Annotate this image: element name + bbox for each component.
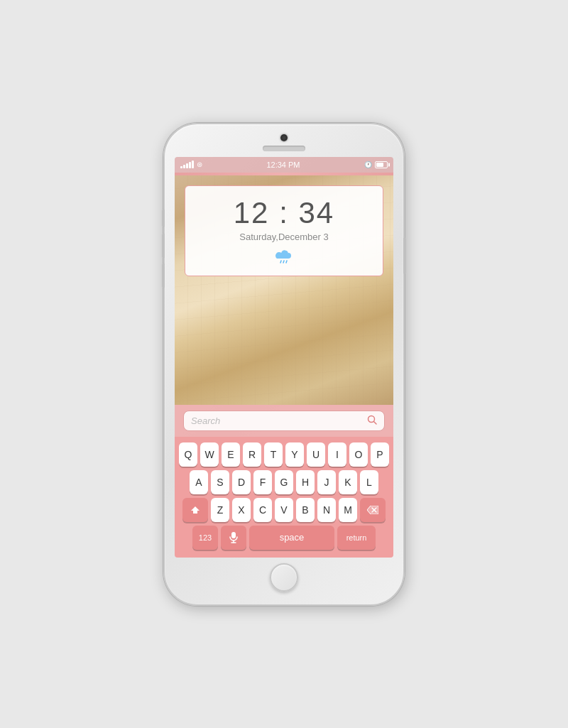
key-y[interactable]: Y <box>285 442 304 467</box>
key-h[interactable]: H <box>296 470 315 494</box>
space-key[interactable]: space <box>249 526 334 550</box>
battery-fill <box>376 163 383 167</box>
volume-up-button[interactable] <box>162 234 165 258</box>
key-n[interactable]: N <box>317 498 336 522</box>
home-button[interactable] <box>270 563 298 592</box>
home-area <box>270 563 298 592</box>
keyboard-row-2: A S D F G H J K L <box>178 470 390 494</box>
microphone-key[interactable] <box>221 526 246 550</box>
key-g[interactable]: G <box>275 470 293 494</box>
key-j[interactable]: J <box>317 470 336 494</box>
search-placeholder: Search <box>191 415 363 426</box>
clock-time: 12 : 34 <box>234 196 334 230</box>
svg-line-1 <box>283 261 284 263</box>
search-area: Search <box>175 405 393 437</box>
weather-icon <box>274 248 294 267</box>
numbers-key[interactable]: 123 <box>192 526 218 550</box>
keyboard-row-1: Q W E R T Y U I O P <box>178 442 390 467</box>
svg-line-4 <box>374 421 377 424</box>
search-icon <box>367 415 377 427</box>
key-z[interactable]: Z <box>211 498 229 522</box>
volume-down-button[interactable] <box>162 264 165 288</box>
clock-widget: 12 : 34 Saturday,December 3 <box>185 185 383 276</box>
speaker <box>263 146 305 151</box>
key-a[interactable]: A <box>190 470 208 494</box>
mute-button[interactable] <box>162 210 165 227</box>
key-q[interactable]: Q <box>179 442 197 467</box>
svg-rect-7 <box>231 532 236 538</box>
key-v[interactable]: V <box>275 498 293 522</box>
clock-icon: 🕐 <box>364 161 372 168</box>
power-button[interactable] <box>403 238 406 273</box>
phone-frame: ⊛ 12:34 PM 🕐 12 : 34 Saturday,December 3 <box>163 123 405 606</box>
key-c[interactable]: C <box>253 498 272 522</box>
key-k[interactable]: K <box>339 470 357 494</box>
svg-line-2 <box>286 261 287 263</box>
key-f[interactable]: F <box>253 470 272 494</box>
key-r[interactable]: R <box>243 442 261 467</box>
status-bar: ⊛ 12:34 PM 🕐 <box>175 157 393 173</box>
key-u[interactable]: U <box>307 442 325 467</box>
key-w[interactable]: W <box>200 442 219 467</box>
key-i[interactable]: I <box>328 442 346 467</box>
key-x[interactable]: X <box>232 498 251 522</box>
signal-bars <box>180 161 194 168</box>
key-t[interactable]: T <box>264 442 283 467</box>
key-o[interactable]: O <box>349 442 368 467</box>
search-bar[interactable]: Search <box>183 411 385 431</box>
key-b[interactable]: B <box>296 498 315 522</box>
wifi-icon: ⊛ <box>197 161 202 168</box>
key-s[interactable]: S <box>211 470 229 494</box>
keyboard: Q W E R T Y U I O P A S D F G H J K <box>175 437 393 558</box>
keyboard-row-3: Z X C V B N M <box>178 498 390 522</box>
camera <box>280 134 288 141</box>
key-l[interactable]: L <box>360 470 378 494</box>
screen: ⊛ 12:34 PM 🕐 12 : 34 Saturday,December 3 <box>175 157 393 558</box>
return-key[interactable]: return <box>337 526 376 550</box>
status-time: 12:34 PM <box>266 161 300 169</box>
svg-line-0 <box>280 261 281 263</box>
key-d[interactable]: D <box>232 470 251 494</box>
battery-icon <box>375 161 388 168</box>
key-m[interactable]: M <box>339 498 357 522</box>
shift-key[interactable] <box>182 498 208 522</box>
key-p[interactable]: P <box>371 442 389 467</box>
clock-date: Saturday,December 3 <box>239 232 329 242</box>
delete-key[interactable] <box>360 498 386 522</box>
pink-strip <box>175 173 393 175</box>
status-left: ⊛ <box>180 161 202 168</box>
key-e[interactable]: E <box>222 442 240 467</box>
wallpaper: 12 : 34 Saturday,December 3 <box>175 173 393 405</box>
keyboard-row-4: 123 space return <box>178 526 390 550</box>
status-right: 🕐 <box>364 161 388 168</box>
